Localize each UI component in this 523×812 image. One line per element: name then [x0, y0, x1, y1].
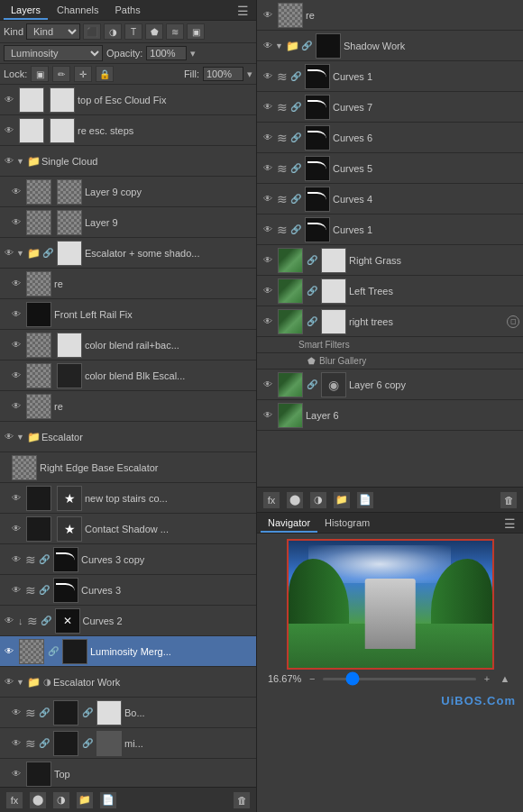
visibility-icon[interactable]: 👁 [9, 736, 23, 751]
list-item[interactable]: 👁 ≋ 🔗 Curves 5 [257, 153, 523, 184]
new-group-button[interactable]: 📁 [76, 791, 94, 809]
add-mask-button-right[interactable]: ⬤ [286, 491, 304, 509]
visibility-icon[interactable]: 👁 [9, 399, 23, 414]
list-item[interactable]: 👁 🔗 right trees ◻ [257, 306, 523, 337]
folder-arrow-icon[interactable]: ▼ [275, 41, 284, 50]
lock-transparency-btn[interactable]: ▣ [31, 66, 49, 82]
delete-layer-button[interactable]: 🗑 [233, 791, 251, 809]
fill-input[interactable] [203, 67, 243, 81]
visibility-icon[interactable]: 👁 [9, 706, 23, 720]
nav-menu-icon[interactable]: ☰ [500, 515, 519, 533]
visibility-icon[interactable]: 👁 [2, 93, 16, 107]
zoom-out-button[interactable]: − [305, 673, 319, 684]
list-item[interactable]: 👁 color blend rail+bac... [0, 330, 256, 360]
visibility-icon[interactable]: 👁 [261, 315, 275, 329]
filter-shape-icon[interactable]: ⬟ [145, 23, 163, 40]
zoom-in-button[interactable]: + [480, 673, 494, 684]
tab-layers[interactable]: Layers [4, 2, 48, 20]
visibility-icon[interactable]: 👁 [9, 185, 23, 199]
new-layer-button-right[interactable]: 📄 [356, 491, 374, 509]
list-item[interactable]: 👁 re [0, 391, 256, 422]
list-item[interactable]: 👁 re [257, 0, 523, 31]
visibility-icon[interactable]: 👁 [261, 39, 275, 53]
tab-paths[interactable]: Paths [108, 2, 148, 20]
visibility-icon[interactable]: 👁 [2, 644, 16, 659]
list-item[interactable]: 👁 Front Left Rail Fix [0, 299, 256, 330]
fill-arrow[interactable]: ▾ [247, 68, 252, 80]
list-item[interactable]: 👁 re [0, 269, 256, 299]
lock-image-btn[interactable]: ✏ [52, 66, 70, 82]
add-mask-button[interactable]: ⬤ [29, 791, 47, 809]
add-fx-button-right[interactable]: fx [262, 491, 280, 509]
add-adjustment-button-right[interactable]: ◑ [309, 491, 327, 509]
visibility-icon[interactable]: 👁 [261, 100, 275, 114]
list-item[interactable]: 👁 ▼ 📁 🔗 Shadow Work [257, 31, 523, 61]
visibility-icon[interactable]: 👁 [9, 522, 23, 536]
panel-menu-icon[interactable]: ☰ [234, 2, 252, 20]
visibility-icon[interactable]: 👁 [9, 767, 23, 781]
list-item[interactable]: 👁 🔗 ◉ Layer 6 copy [257, 370, 523, 400]
folder-arrow-icon[interactable]: ▼ [16, 678, 25, 687]
list-item[interactable]: 👁 ≋ 🔗 🔗 mi... [0, 728, 256, 759]
folder-arrow-icon[interactable]: ▼ [16, 249, 25, 258]
visibility-icon[interactable]: 👁 [9, 552, 23, 567]
list-item[interactable]: 👁 🔗 Luminosity Merg... [0, 636, 256, 667]
list-item[interactable]: 👁 re esc. steps [0, 115, 256, 146]
visibility-icon[interactable]: 👁 [261, 408, 275, 423]
list-item[interactable]: 👁 ▼ 📁 🔗 Escalator + some shado... [0, 238, 256, 269]
visibility-icon[interactable]: 👁 [2, 154, 16, 169]
list-item[interactable]: 👁 ▼ 📁 Escalator [0, 422, 256, 452]
visibility-icon[interactable]: 👁 [261, 131, 275, 145]
list-item[interactable]: 👁 🔗 Left Trees [257, 276, 523, 306]
list-item[interactable]: 👁 Layer 9 [0, 207, 256, 238]
list-item[interactable]: 👁 ≋ 🔗 🔗 Bo... [0, 698, 256, 728]
visibility-icon[interactable]: 👁 [261, 161, 275, 176]
visibility-icon[interactable]: 👁 [9, 215, 23, 230]
zoom-fit-button[interactable]: ▲ [498, 673, 512, 684]
visibility-icon[interactable]: 👁 [9, 491, 23, 506]
list-item[interactable]: 👁 Layer 6 [257, 400, 523, 431]
lock-all-btn[interactable]: 🔒 [96, 66, 114, 82]
list-item[interactable]: 👁 color blend Blk Escal... [0, 360, 256, 391]
filter-adj-icon[interactable]: ◑ [104, 23, 122, 40]
folder-arrow-icon[interactable]: ▼ [16, 157, 25, 166]
list-item[interactable]: 👁 ≋ 🔗 Curves 1 [257, 214, 523, 245]
add-fx-button[interactable]: fx [5, 791, 23, 809]
visibility-icon[interactable]: 👁 [261, 223, 275, 237]
opacity-arrow[interactable]: ▾ [190, 48, 196, 59]
add-adjustment-button[interactable]: ◑ [52, 791, 70, 809]
list-item[interactable]: 👁 ▼ 📁 ◑ Escalator Work [0, 667, 256, 698]
visibility-icon[interactable]: 👁 [261, 69, 275, 84]
visibility-icon[interactable]: 👁 [9, 307, 23, 322]
folder-arrow-icon[interactable]: ▼ [16, 433, 25, 442]
visibility-icon[interactable]: 👁 [2, 614, 16, 628]
list-item[interactable]: Right Edge Base Escalator [0, 452, 256, 483]
visibility-icon[interactable]: 👁 [2, 675, 16, 689]
list-item[interactable]: 👁 ≋ 🔗 Curves 1 [257, 61, 523, 92]
list-item[interactable]: 👁 ≋ 🔗 Curves 7 [257, 92, 523, 123]
visibility-icon[interactable]: 👁 [261, 284, 275, 298]
visibility-icon[interactable]: 👁 [261, 8, 275, 23]
kind-select[interactable]: Kind [26, 23, 80, 40]
visibility-icon[interactable]: 👁 [261, 378, 275, 392]
opacity-input[interactable] [146, 46, 187, 60]
tab-channels[interactable]: Channels [50, 2, 106, 20]
delete-layer-button-right[interactable]: 🗑 [500, 491, 518, 509]
new-layer-button[interactable]: 📄 [99, 791, 117, 809]
list-item[interactable]: 👁 ★ Contact Shadow ... [0, 514, 256, 544]
blend-mode-select[interactable]: Luminosity [4, 45, 103, 61]
visibility-icon[interactable]: 👁 [261, 253, 275, 268]
visibility-icon[interactable]: 👁 [9, 369, 23, 383]
zoom-slider[interactable] [323, 678, 476, 680]
list-item[interactable]: 👁 ▼ 📁 Single Cloud [0, 146, 256, 177]
list-item[interactable]: 👁 Layer 9 copy [0, 177, 256, 207]
list-item[interactable]: 👁 ≋ 🔗 Curves 4 [257, 184, 523, 214]
visibility-icon[interactable]: 👁 [2, 123, 16, 138]
visibility-icon[interactable]: 👁 [2, 430, 16, 444]
nav-image-container[interactable] [287, 539, 494, 670]
tab-histogram[interactable]: Histogram [317, 515, 377, 533]
list-item[interactable]: 👁 ↓ ≋ 🔗 ✕ Curves 2 [0, 606, 256, 636]
list-item[interactable]: 👁 ★ new top stairs co... [0, 483, 256, 514]
visibility-icon[interactable]: 👁 [9, 277, 23, 291]
visibility-icon[interactable]: 👁 [9, 338, 23, 352]
